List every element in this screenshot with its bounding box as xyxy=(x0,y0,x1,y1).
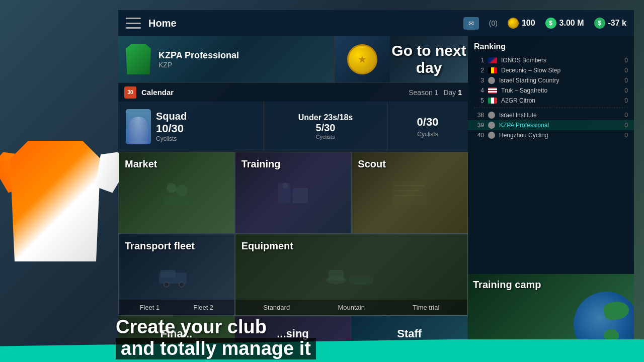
squad-info: Squad 10/30 Cyclists xyxy=(156,111,187,142)
coin-icon xyxy=(508,18,519,29)
mail-count: (0) xyxy=(489,19,498,27)
rank-flag-icon xyxy=(488,77,495,84)
top-bar-right: ✉ (0) 100 $ 3.00 M $ -37 k xyxy=(463,17,626,30)
u23-stat: 5/30 Cyclists xyxy=(316,122,336,140)
team-name: KZPA Professional xyxy=(158,50,239,61)
medal-star: ★ xyxy=(358,53,367,65)
menu-icon-line1 xyxy=(126,18,141,19)
cyclist-icon xyxy=(126,109,151,144)
next-day-button[interactable]: Go to next day xyxy=(390,36,468,82)
coins-value: 100 xyxy=(522,19,535,28)
rank-position: 40 xyxy=(474,132,484,139)
money-value: 3.00 M xyxy=(559,19,584,28)
squad-u23-card[interactable]: Under 23s/18s 5/30 Cyclists xyxy=(264,102,387,151)
rank-team-name: IONOS Bombers xyxy=(501,57,614,64)
jersey-shape xyxy=(10,141,111,282)
squad-main-card[interactable]: Squad 10/30 Cyclists xyxy=(118,102,264,151)
rank-position: 3 xyxy=(474,77,484,84)
rank-position: 5 xyxy=(474,97,484,104)
svg-point-5 xyxy=(282,183,288,189)
rank-points: 0 xyxy=(618,67,628,74)
svg-point-16 xyxy=(349,275,374,285)
squad-youth-card[interactable]: 0/30 Cyclists xyxy=(387,102,468,151)
rank-flag-icon xyxy=(488,98,497,104)
squad-title: Squad xyxy=(156,111,187,122)
market-card[interactable]: Market xyxy=(118,152,235,234)
rank-team-name: KZPA Professional xyxy=(499,122,614,129)
market-title: Market xyxy=(125,158,157,170)
rank-points: 0 xyxy=(618,87,628,94)
rank-points: 0 xyxy=(618,122,628,129)
menu-icon-line3 xyxy=(126,27,141,29)
grid-section: Market Training xyxy=(118,152,468,316)
rank-position: 38 xyxy=(474,112,484,119)
svg-point-12 xyxy=(164,282,169,287)
svg-rect-6 xyxy=(392,180,427,206)
squad-count: 10/30 xyxy=(156,122,187,135)
rank-position: 4 xyxy=(474,87,484,94)
page-title: Home xyxy=(148,18,456,29)
dollar-icon: $ xyxy=(545,18,556,29)
rank-position: 39 xyxy=(474,122,484,129)
rank-team-name: Truk – Sagafretto xyxy=(501,87,614,94)
rank-flag-icon xyxy=(488,67,497,73)
rank-flag-icon xyxy=(488,57,497,63)
transport-title: Transport fleet xyxy=(125,240,195,252)
youth-count: 0/30 xyxy=(417,116,439,129)
day-label: Day 1 xyxy=(443,88,462,97)
equipment-title: Equipment xyxy=(242,240,293,252)
rank-flag-icon xyxy=(488,122,495,129)
team-card[interactable]: KZPA Professional KZP xyxy=(118,36,335,82)
top-bar: Home ✉ (0) 100 $ 3.00 M $ -37 k xyxy=(118,10,634,36)
team-abbr: KZP xyxy=(158,61,239,69)
rank-points: 0 xyxy=(618,97,628,104)
calendar-label: Calendar xyxy=(141,88,174,97)
jersey-display xyxy=(10,141,121,322)
negative-value: -37 k xyxy=(608,19,626,28)
ranking-row: 4Truk – Sagafretto0 xyxy=(468,85,634,96)
coins-display: 100 xyxy=(508,18,535,29)
team-jersey-mini xyxy=(126,44,151,74)
ranking-divider xyxy=(474,108,628,108)
rank-flag-icon xyxy=(488,87,497,94)
training-camp-title: Training camp xyxy=(473,279,541,291)
next-day-label: Go to next day xyxy=(390,42,468,76)
training-title: Training xyxy=(242,158,281,170)
svg-rect-4 xyxy=(293,188,308,203)
team-info: KZPA Professional KZP xyxy=(158,50,239,69)
svg-point-1 xyxy=(176,185,188,197)
menu-icon-line2 xyxy=(126,23,141,24)
svg-rect-11 xyxy=(160,270,176,278)
rank-team-name: A2GR Citron xyxy=(501,97,614,104)
calendar-bar: 30 Calendar Season 1 Day 1 xyxy=(118,82,468,102)
rank-flag-icon xyxy=(488,112,495,119)
tagline-bar: Create your club and totally manage it xyxy=(0,302,644,362)
tagline-text: Create your club and totally manage it xyxy=(116,317,644,359)
ranking-row: 38Israel Institute0 xyxy=(468,110,634,120)
rank-position: 1 xyxy=(474,57,484,64)
rank-points: 0 xyxy=(618,132,628,139)
rank-flag-icon xyxy=(488,132,495,139)
rank-points: 0 xyxy=(618,57,628,64)
rank-team-name: Israel Starting Country xyxy=(499,77,614,84)
ranking-own-rows: 38Israel Institute039KZPA Professional04… xyxy=(468,110,634,140)
youth-unit: Cyclists xyxy=(417,131,438,138)
jersey-body xyxy=(10,141,101,261)
scout-card[interactable]: Scout xyxy=(351,152,468,234)
money-display: $ 3.00 M xyxy=(545,18,584,29)
ranking-row: 5A2GR Citron0 xyxy=(468,96,634,106)
menu-button[interactable] xyxy=(126,18,141,29)
u23-title: Under 23s/18s xyxy=(298,113,353,122)
cyclist-figure xyxy=(128,117,148,144)
u23-unit: Cyclists xyxy=(316,134,336,140)
u23-count: 5/30 xyxy=(316,122,336,134)
day-num: 1 xyxy=(458,88,462,97)
main-ui: Home ✉ (0) 100 $ 3.00 M $ -37 k xyxy=(118,10,634,352)
tagline-line1: Create your club xyxy=(116,317,644,338)
scout-title: Scout xyxy=(358,158,386,170)
training-card[interactable]: Training xyxy=(235,152,352,234)
mail-button[interactable]: ✉ xyxy=(463,17,479,30)
ranking-row: 2Deceuniq – Slow Step0 xyxy=(468,65,634,75)
ranking-title: Ranking xyxy=(468,40,634,55)
rank-team-name: Deceuniq – Slow Step xyxy=(501,67,614,74)
